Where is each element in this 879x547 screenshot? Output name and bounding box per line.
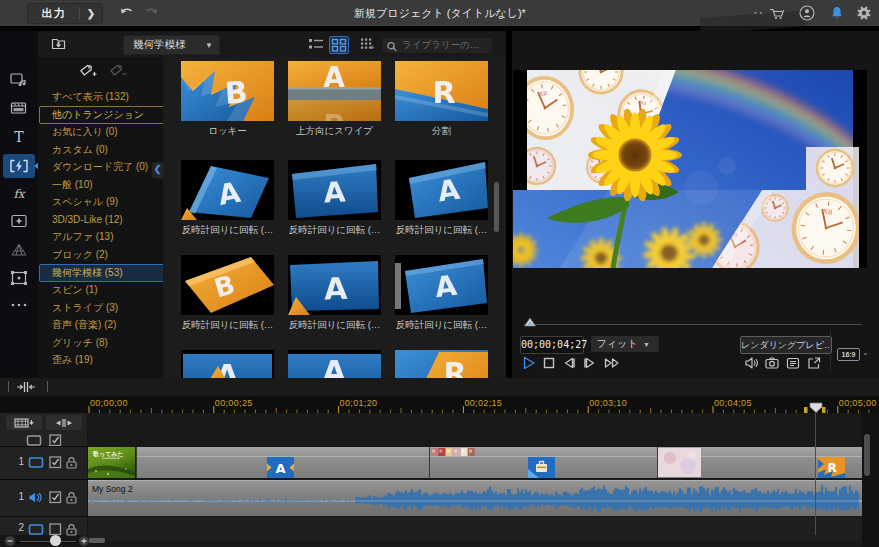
chevron-down-icon[interactable]: ⌄: [862, 348, 869, 357]
undo-back-icon[interactable]: [117, 4, 135, 22]
category-item[interactable]: カスタム (0): [39, 141, 167, 159]
transition-thumbnail[interactable]: A: [288, 160, 381, 220]
play-button[interactable]: [521, 355, 537, 371]
track-lock-icon[interactable]: [65, 456, 78, 469]
category-item[interactable]: アルファ (13): [39, 228, 167, 246]
transition-thumbnail[interactable]: A: [181, 160, 274, 220]
detail-view-icon[interactable]: [358, 36, 376, 52]
playhead-handle[interactable]: [809, 402, 823, 413]
video-track-1[interactable]: 歌ってみた A R: [88, 447, 862, 478]
rail-item-transition-room[interactable]: [3, 154, 35, 178]
category-item[interactable]: グリッチ (8): [39, 334, 167, 352]
rail-item-media-room[interactable]: [3, 68, 35, 92]
category-item[interactable]: 歪み (19): [39, 351, 167, 369]
rail-item-pip-room[interactable]: [3, 209, 35, 233]
transition-thumbnail[interactable]: A: [395, 160, 488, 220]
rail-item-slideshow-room[interactable]: [3, 96, 35, 120]
track-audio-icon[interactable]: [28, 491, 44, 504]
audio-clip[interactable]: My Song 2: [88, 480, 862, 516]
track-video-icon[interactable]: [28, 456, 44, 469]
transition-thumbnail[interactable]: AB: [288, 61, 381, 121]
timeline-ruler[interactable]: 00;00;0000;00;2500;01;2000;02;1500;03;10…: [88, 396, 879, 413]
remove-tag-icon[interactable]: [108, 63, 128, 79]
rail-item-effect-room[interactable]: fx: [3, 181, 35, 205]
category-item[interactable]: 3D/3D-Like (12): [39, 211, 167, 229]
list-view-icon[interactable]: [307, 36, 325, 52]
fast-forward-button[interactable]: [603, 355, 619, 371]
gear-icon[interactable]: [856, 5, 872, 21]
timecode-display[interactable]: 00;00;04;27: [520, 336, 584, 354]
track-lock-icon[interactable]: [65, 523, 78, 536]
bell-icon[interactable]: [829, 5, 845, 21]
category-item[interactable]: ストライプ (3): [39, 299, 167, 317]
step-back-button[interactable]: [561, 355, 577, 371]
category-item[interactable]: スペシャル (9): [39, 193, 167, 211]
transition-caption: 反時計回りに回転 (…: [395, 224, 488, 237]
track-enable-checkbox[interactable]: [49, 456, 62, 469]
category-item[interactable]: 幾何学模様 (53): [39, 264, 167, 282]
zoom-slider-knob[interactable]: [50, 535, 61, 546]
zoom-out-icon[interactable]: [4, 535, 16, 547]
transition-thumbnail[interactable]: A: [288, 255, 381, 315]
split-clip-icon[interactable]: [15, 380, 37, 394]
transition-marker[interactable]: A: [267, 457, 294, 478]
category-item[interactable]: ブロック (2): [39, 246, 167, 264]
undock-icon[interactable]: [806, 355, 822, 371]
collapse-panel-button[interactable]: ❮: [152, 162, 163, 178]
add-tag-icon[interactable]: [78, 63, 98, 79]
track-enable-checkbox[interactable]: [49, 491, 62, 504]
category-item[interactable]: スピン (1): [39, 281, 167, 299]
track-enable-checkbox[interactable]: [49, 523, 62, 536]
track-video-icon[interactable]: [28, 523, 44, 536]
category-item[interactable]: 他のトランジション: [39, 106, 167, 124]
speaker-icon[interactable]: [743, 355, 759, 371]
redo-forward-icon[interactable]: [143, 4, 161, 22]
rail-item-mask-room[interactable]: [3, 266, 35, 290]
transition-thumbnail[interactable]: A: [181, 350, 274, 378]
import-icon[interactable]: [51, 37, 66, 51]
video-track-2[interactable]: [88, 517, 862, 541]
track-lock-icon[interactable]: [65, 491, 78, 504]
search-input[interactable]: ライブラリーの…: [381, 37, 493, 54]
grid-scrollbar[interactable]: [494, 182, 499, 232]
render-preview-button[interactable]: レンダリングプレビ…: [740, 336, 832, 354]
zoom-fit-dropdown[interactable]: フィット ▼: [591, 336, 659, 352]
transition-thumbnail[interactable]: R: [395, 350, 488, 378]
category-item[interactable]: すべて表示 (132): [39, 88, 167, 106]
timeline-vertical-scrollbar[interactable]: [864, 434, 870, 476]
memo-icon[interactable]: [785, 355, 801, 371]
transition-thumbnail[interactable]: B: [181, 255, 274, 315]
ruler-timestamp: 00;00;00: [90, 398, 128, 408]
step-forward-button[interactable]: [582, 355, 598, 371]
transition-marker[interactable]: R: [818, 457, 845, 478]
timeline-horizontal-scrollbar[interactable]: [89, 538, 105, 543]
title-room-icon: T: [10, 129, 28, 145]
rail-item-particle-room[interactable]: [3, 238, 35, 262]
category-item[interactable]: ダウンロード完了 (0): [39, 158, 167, 176]
stop-button[interactable]: [541, 355, 557, 371]
produce-button[interactable]: 出力 ❯: [27, 3, 103, 24]
scrub-track[interactable]: [524, 324, 862, 325]
cart-icon[interactable]: [769, 5, 785, 21]
snapshot-camera-icon[interactable]: [764, 355, 780, 371]
title-clip[interactable]: 歌ってみた: [88, 447, 135, 478]
zoom-slider-track[interactable]: [20, 541, 76, 542]
category-item[interactable]: 一般 (10): [39, 176, 167, 194]
category-item[interactable]: 音声 (音楽) (2): [39, 316, 167, 334]
scrub-thumb[interactable]: [523, 317, 537, 327]
category-dropdown[interactable]: 幾何学模様 ▼: [123, 35, 220, 55]
rail-item-title-room[interactable]: T: [3, 125, 35, 149]
transition-thumbnail[interactable]: R: [395, 61, 488, 121]
transition-thumbnail[interactable]: A: [288, 350, 381, 378]
rail-item-more[interactable]: [3, 293, 35, 317]
produce-chevron-icon[interactable]: ❯: [80, 8, 102, 19]
transition-thumbnail[interactable]: A: [395, 255, 488, 315]
category-item[interactable]: お気に入り (0): [39, 123, 167, 141]
grid-view-icon[interactable]: [329, 36, 349, 54]
transition-marker[interactable]: [528, 457, 555, 478]
account-icon[interactable]: [799, 5, 815, 21]
transition-thumbnail[interactable]: B: [181, 61, 274, 121]
aspect-ratio-badge[interactable]: 16:9: [837, 348, 860, 361]
track-manager-button[interactable]: [6, 415, 42, 430]
close-gaps-button[interactable]: [46, 415, 82, 430]
